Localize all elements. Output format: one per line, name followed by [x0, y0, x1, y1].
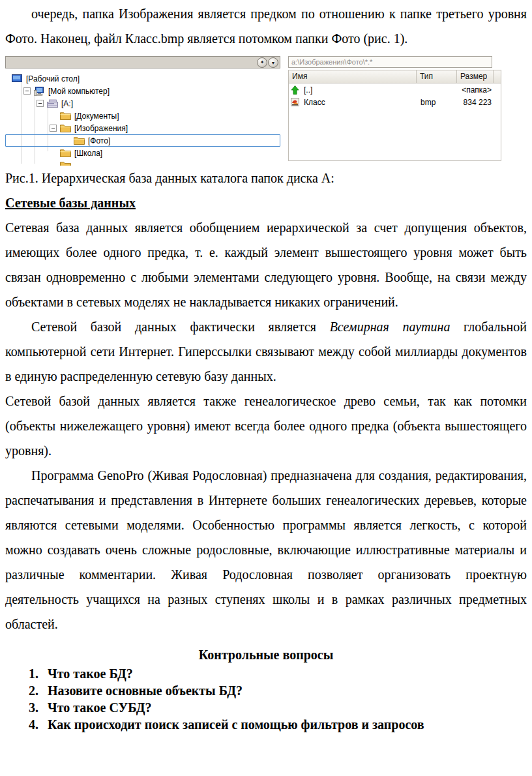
tree-item-clipped [5, 159, 280, 166]
column-header-size[interactable]: Размер [457, 70, 494, 83]
tree-item-label: [A:] [61, 99, 73, 108]
paragraph-genealogy: Сетевой базой данных является также гене… [5, 389, 527, 463]
tree-item-label: [Школа] [74, 149, 102, 158]
question-number: 3. [29, 699, 48, 716]
tree-item-label: [Мой компьютер] [48, 87, 110, 96]
toolbar-star-button[interactable]: ✦ [257, 57, 267, 68]
tree-item-images[interactable]: [Изображения] [5, 122, 280, 134]
bitmap-file-icon [291, 98, 302, 107]
file-size: 834 223 [457, 98, 494, 107]
question-number: 4. [29, 716, 48, 733]
file-type: bmp [417, 98, 457, 107]
file-row-klass[interactable]: Класс bmp 834 223 [289, 96, 501, 108]
column-header-name[interactable]: Имя [289, 70, 417, 83]
tree-item-label: [Документы] [74, 112, 119, 121]
file-name: [..] [304, 85, 312, 95]
column-header-type[interactable]: Тип [417, 70, 457, 83]
tree-item-desktop[interactable]: [Рабочий стол] [5, 72, 280, 85]
paragraph-world-wide-web: Сетевой базой данных фактически является… [5, 314, 527, 389]
file-size: <папка> [457, 85, 494, 95]
question-label: Назовите основные объекты БД? [48, 682, 243, 699]
folder-icon [60, 161, 72, 166]
tree-item-documents[interactable]: [Документы] [5, 110, 280, 122]
tree-item-drive-a[interactable]: [A:] [5, 97, 280, 110]
tree-item-school[interactable]: [Школа] [5, 147, 280, 159]
paragraph-italic-term: Всемирная паутина [330, 320, 451, 334]
folder-icon [60, 149, 72, 158]
four-point-star-icon: ✦ [260, 60, 265, 65]
paragraph-intro: очередь, папка Изображения является пред… [5, 1, 527, 51]
column-header-row: Имя Тип Размер [289, 70, 501, 83]
folder-icon [60, 124, 72, 133]
chevron-down-icon: ▼ [271, 61, 276, 65]
questions-list: 1. Что такое БД? 2. Назовите основные об… [5, 665, 527, 733]
toolbar-dropdown-button[interactable]: ▼ [268, 57, 278, 68]
question-item: 2. Назовите основные объекты БД? [5, 682, 527, 699]
collapse-minus-icon[interactable] [23, 87, 31, 95]
file-row-parent[interactable]: [..] <папка> [289, 83, 501, 96]
file-name: Класс [304, 98, 325, 107]
desktop-icon [12, 74, 23, 83]
section-heading: Сетевые базы данных [5, 190, 527, 215]
folder-tree-panel: ✦ ▼ [5, 56, 280, 166]
question-number: 2. [29, 682, 48, 699]
question-item: 4. Как происходит поиск записей с помощь… [5, 716, 527, 733]
file-list-panel: a:\Изображения\Фото\*.* Имя Тип Размер [288, 56, 501, 162]
drive-toolbar[interactable]: ✦ ▼ [5, 56, 280, 68]
file-manager-screenshot: ✦ ▼ [5, 56, 502, 166]
file-list: Имя Тип Размер [..] <п [288, 70, 501, 161]
collapse-minus-icon[interactable] [50, 125, 57, 132]
document-page: очередь, папка Изображения является пред… [0, 0, 532, 733]
tree-item-photo[interactable]: [Фото] [5, 134, 280, 147]
folder-tree: [Рабочий стол] [Мой компьютер] [5, 70, 280, 166]
tree-item-my-computer[interactable]: [Мой компьютер] [5, 85, 280, 97]
tree-item-label: [Фото] [88, 136, 110, 145]
floppy-drive-icon [47, 99, 59, 108]
question-label: Что такое БД? [48, 665, 133, 682]
address-bar[interactable]: a:\Изображения\Фото\*.* [288, 56, 492, 68]
drive-toolbar-buttons: ✦ ▼ [257, 57, 278, 68]
collapse-minus-icon[interactable] [37, 100, 44, 107]
tree-item-label: [Рабочий стол] [26, 74, 80, 83]
folder-icon [60, 112, 72, 121]
tree-item-label: [Изображения] [74, 124, 128, 133]
paragraph-segment: Сетевой базой данных фактически является [31, 320, 330, 334]
question-number: 1. [29, 665, 48, 682]
question-item: 3. Что такое СУБД? [5, 699, 527, 716]
question-label: Что такое СУБД? [48, 699, 152, 716]
paragraph-network-db: Сетевая база данных является обобщением … [5, 215, 527, 314]
question-label: Как происходит поиск записей с помощью ф… [48, 716, 424, 733]
folder-icon [74, 136, 85, 145]
computer-icon [34, 87, 46, 96]
figure-caption: Рис.1. Иерархическая база данных каталог… [5, 166, 527, 190]
question-item: 1. Что такое БД? [5, 665, 527, 682]
up-arrow-icon [291, 85, 302, 95]
paragraph-genopro: Программа GenoPro (Живая Родословная) пр… [5, 463, 527, 636]
column-header-filler [494, 70, 501, 83]
questions-title: Контрольные вопросы [5, 646, 527, 664]
